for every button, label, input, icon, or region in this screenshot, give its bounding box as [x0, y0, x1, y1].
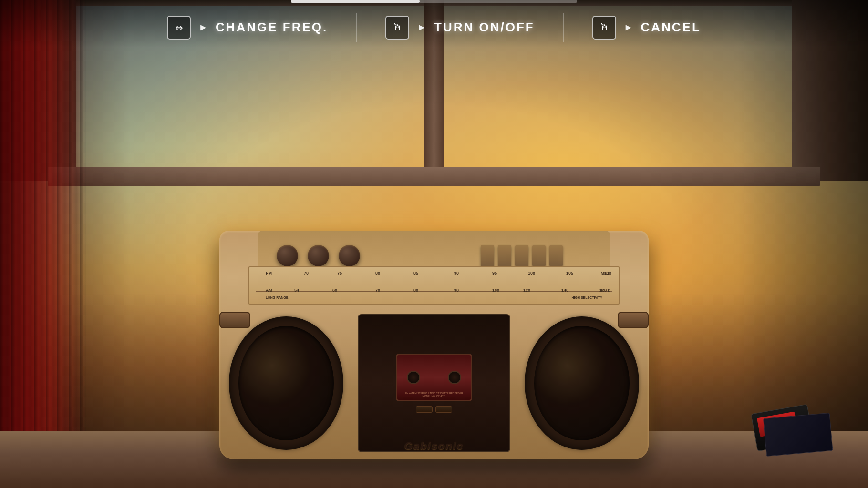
- am-140: 140: [561, 288, 568, 293]
- hud-divider-2: [563, 13, 564, 42]
- game-canvas: FM 70 75 80 85 90 95 100 105 110 MHz AM …: [0, 0, 868, 488]
- top-button-5[interactable]: [549, 245, 563, 269]
- fm-75: 75: [337, 271, 342, 275]
- frequency-display: FM 70 75 80 85 90 95 100 105 110 MHz AM …: [248, 266, 620, 305]
- am-80: 80: [413, 288, 418, 293]
- boombox-brand: Gabisonic: [404, 440, 464, 452]
- cassette-box: [763, 413, 833, 457]
- hud-change-freq-action[interactable]: ⇔ ► CHANGE FREQ.: [167, 16, 328, 40]
- transport-btn-1[interactable]: [416, 406, 433, 413]
- cancel-label: CANCEL: [641, 20, 701, 35]
- hud-cancel-action[interactable]: 🖱 ► CANCEL: [592, 16, 701, 40]
- top-button-2[interactable]: [498, 245, 511, 269]
- cassette-reel-right: [448, 371, 461, 384]
- am-label: AM: [266, 288, 272, 293]
- fm-mhz: MHz: [601, 271, 610, 275]
- speaker-right: [525, 316, 639, 450]
- am-90: 90: [454, 288, 459, 293]
- turn-on-off-label: TURN ON/OFF: [434, 20, 535, 35]
- fm-95: 95: [492, 271, 497, 275]
- scan-bar-fill: [291, 0, 420, 3]
- turn-on-off-arrow: ►: [417, 22, 426, 33]
- fm-label: FM: [266, 271, 272, 275]
- change-freq-icon: ⇔: [167, 16, 191, 40]
- arrows-icon: ⇔: [175, 22, 183, 33]
- top-button-4[interactable]: [532, 245, 546, 269]
- knob-3[interactable]: [339, 245, 360, 266]
- tuner-needle: [427, 266, 441, 267]
- curtain-left: [0, 0, 86, 488]
- knob-1[interactable]: [277, 245, 298, 266]
- boombox-container: FM 70 75 80 85 90 95 100 105 110 MHz AM …: [219, 231, 649, 459]
- mouse-icon-2: 🖱: [599, 22, 609, 33]
- transport-buttons: [416, 406, 452, 413]
- knob-2[interactable]: [308, 245, 329, 266]
- boombox-body: FM AM FM STEREO RADIO CASSETTE RECORDER …: [219, 307, 649, 459]
- needle-circle: [427, 266, 441, 267]
- hud-overlay: ⇔ ► CHANGE FREQ. 🖱 ► TURN ON/OFF 🖱 ► CAN…: [0, 0, 868, 48]
- fm-80: 80: [375, 271, 380, 275]
- fm-85: 85: [413, 271, 418, 275]
- hud-turn-on-off-action[interactable]: 🖱 ► TURN ON/OFF: [385, 16, 534, 40]
- fm-105: 105: [566, 271, 573, 275]
- am-khz: KHz: [601, 288, 610, 293]
- boombox: FM 70 75 80 85 90 95 100 105 110 MHz AM …: [219, 231, 649, 459]
- cancel-arrow: ►: [624, 22, 633, 33]
- freq-line-fm: [256, 274, 612, 274]
- am-100: 100: [492, 288, 499, 293]
- speaker-grille-right: [539, 331, 625, 436]
- speaker-grille-left: [243, 331, 329, 436]
- turn-on-off-icon: 🖱: [385, 16, 409, 40]
- am-70: 70: [375, 288, 380, 293]
- scan-bar: [291, 0, 577, 3]
- long-range-label: LONG RANGE: [266, 296, 288, 299]
- cassette-reel-left: [407, 371, 420, 384]
- top-buttons: [481, 245, 563, 269]
- curtain-folds: [0, 0, 86, 488]
- mouse-icon-1: 🖱: [393, 22, 402, 33]
- am-120: 120: [523, 288, 530, 293]
- fm-70: 70: [304, 271, 309, 275]
- high-selectivity-label: HIGH SELECTIVITY: [571, 296, 602, 299]
- cassette-window: FM AM FM STEREO RADIO CASSETTE RECORDER …: [396, 354, 472, 401]
- freq-scale: FM 70 75 80 85 90 95 100 105 110 MHz AM …: [256, 270, 612, 301]
- speaker-left: [229, 316, 343, 450]
- transport-btn-2[interactable]: [435, 406, 452, 413]
- freq-line-am: [256, 291, 612, 292]
- change-freq-arrow: ►: [198, 22, 208, 33]
- am-54: 54: [294, 288, 299, 293]
- boombox-top: [258, 231, 610, 269]
- cassette-deck-label: FM AM FM STEREO RADIO CASSETTE RECORDER …: [405, 392, 463, 397]
- cassette-deck: FM AM FM STEREO RADIO CASSETTE RECORDER …: [358, 314, 510, 452]
- am-60: 60: [332, 288, 337, 293]
- fm-90: 90: [454, 271, 459, 275]
- fm-100: 100: [528, 271, 535, 275]
- cancel-icon: 🖱: [592, 16, 616, 40]
- top-button-3[interactable]: [515, 245, 528, 269]
- change-freq-label: CHANGE FREQ.: [216, 20, 328, 35]
- top-button-1[interactable]: [481, 245, 494, 269]
- hud-divider-1: [356, 13, 357, 42]
